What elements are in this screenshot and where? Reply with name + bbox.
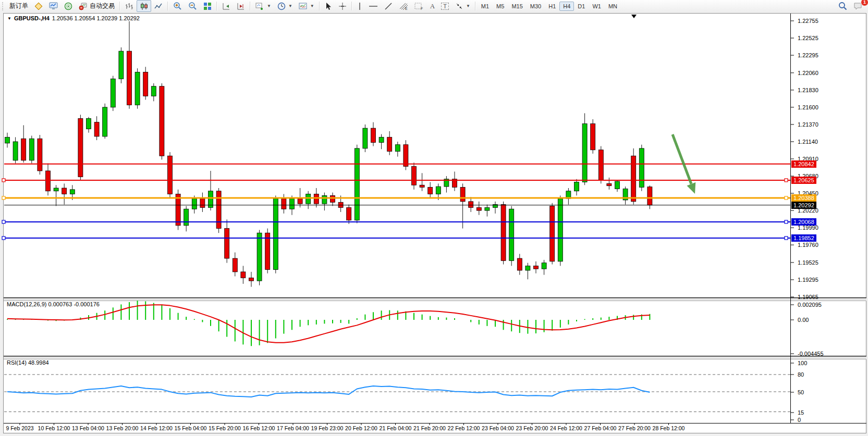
candle-bear	[469, 202, 473, 207]
price-axis-label: 1.19065	[798, 294, 818, 300]
macd-axis-label: 0.00	[798, 317, 809, 323]
candle-bear	[331, 195, 335, 202]
date-axis-label: 10 Feb 12:00	[38, 425, 70, 431]
candle-bear	[46, 171, 51, 191]
rsi-axis-label: 0	[798, 417, 801, 423]
candle-bear	[476, 207, 481, 210]
candle-bull	[184, 209, 189, 226]
candle-bear	[249, 278, 254, 281]
candle-bear	[347, 207, 351, 220]
date-axis-label: 23 Feb 04:00	[482, 425, 514, 431]
candle-bull	[306, 194, 311, 204]
line-drag-handle[interactable]	[785, 236, 788, 240]
price-axis-label: 1.19295	[798, 277, 818, 283]
line-drag-handle[interactable]	[2, 196, 5, 200]
price-axis-label: 1.21370	[798, 121, 818, 128]
date-axis-label: 22 Feb 12:00	[448, 425, 480, 431]
line-drag-handle[interactable]	[785, 179, 788, 182]
last-bar-marker	[631, 15, 637, 18]
candle-bear	[78, 118, 83, 177]
line-drag-handle[interactable]	[2, 179, 5, 182]
candle-bear	[607, 183, 612, 185]
price-axis-label: 1.19990	[798, 225, 818, 231]
trend-annotation-arrowhead	[687, 182, 696, 194]
line-drag-handle[interactable]	[2, 220, 5, 223]
candle-bear	[314, 194, 319, 204]
date-axis-label: 15 Feb 04:00	[175, 425, 207, 431]
date-axis-label: 19 Feb 23:00	[311, 425, 344, 431]
candle-bull	[542, 263, 546, 269]
macd-axis-label: 0.002095	[798, 302, 822, 308]
candle-bull	[70, 190, 75, 194]
candle-bear	[160, 86, 164, 156]
line-drag-handle[interactable]	[785, 220, 788, 223]
macd-axis-label: -0.004455	[798, 351, 824, 357]
candle-bull	[509, 209, 514, 260]
date-axis-label: 9 Feb 2023	[6, 425, 33, 431]
candle-bear	[387, 137, 392, 151]
rsi-axis-label: 50	[798, 389, 804, 395]
candle-bear	[94, 122, 99, 136]
date-axis-label: 14 Feb 12:00	[140, 425, 173, 431]
candle-bull	[615, 181, 620, 189]
candle-bull	[290, 198, 295, 209]
date-axis-label: 23 Feb 20:00	[516, 425, 548, 431]
price-axis-label: 1.22755	[798, 18, 818, 24]
candle-bear	[282, 198, 286, 209]
date-axis-label: 13 Feb 04:00	[72, 425, 104, 431]
candle-bear	[647, 187, 652, 205]
candle-bull	[363, 128, 368, 148]
date-axis-label: 20 Feb 12:00	[345, 425, 377, 431]
date-axis-label: 21 Feb 04:00	[380, 425, 412, 431]
candle-bear	[428, 188, 433, 194]
line-drag-handle[interactable]	[2, 236, 5, 240]
price-axis-label: 1.22060	[798, 70, 818, 76]
candle-bull	[574, 182, 579, 191]
price-badge: 1.20842	[791, 160, 816, 168]
candle-bull	[192, 198, 197, 209]
date-axis-label: 17 Feb 04:00	[277, 425, 309, 431]
date-axis-label: 16 Feb 12:00	[243, 425, 275, 431]
candle-bull	[103, 107, 107, 136]
candle-bear	[591, 123, 595, 150]
candle-bear	[420, 185, 424, 187]
price-badge: 1.20292	[791, 202, 816, 209]
candle-bear	[550, 206, 555, 261]
date-axis-label: 21 Feb 20:00	[413, 425, 446, 431]
date-axis-label: 27 Feb 20:00	[618, 425, 651, 431]
candle-bear	[21, 139, 26, 160]
candle-bull	[29, 139, 34, 160]
candle-bull	[485, 207, 490, 210]
price-badge: 1.19852	[791, 234, 816, 242]
date-axis-label: 27 Feb 04:00	[584, 425, 617, 431]
candle-bull	[111, 79, 115, 107]
candle-bear	[176, 194, 180, 226]
candle-bear	[404, 145, 408, 167]
date-axis-label: 15 Feb 20:00	[209, 425, 241, 431]
price-axis-label: 1.21140	[798, 139, 818, 145]
trend-annotation-arrow	[673, 134, 691, 184]
date-axis-label: 13 Feb 20:00	[106, 425, 139, 431]
candle-bear	[371, 128, 376, 142]
rsi-axis-label: 15	[798, 409, 804, 416]
candle-bull	[151, 86, 156, 96]
date-axis-label: 24 Feb 12:00	[550, 425, 582, 431]
candle-bull	[558, 198, 563, 261]
price-axis-label: 1.22525	[798, 35, 818, 41]
candle-bull	[639, 148, 644, 188]
candle-bear	[460, 188, 465, 202]
candle-bull	[135, 72, 140, 105]
candle-bull	[395, 145, 400, 152]
price-axis-label: 1.22295	[798, 52, 818, 58]
candle-bear	[298, 198, 302, 204]
candle-bull	[273, 198, 278, 269]
candle-bull	[525, 266, 530, 270]
candle-bear	[200, 198, 205, 207]
price-axis-label: 1.19760	[798, 242, 818, 248]
macd-signal-line	[7, 305, 650, 343]
line-drag-handle[interactable]	[785, 196, 788, 200]
candle-bear	[233, 258, 237, 272]
candle-bull	[13, 142, 18, 160]
chart-canvas[interactable]	[0, 0, 868, 436]
candle-bear	[225, 229, 229, 258]
